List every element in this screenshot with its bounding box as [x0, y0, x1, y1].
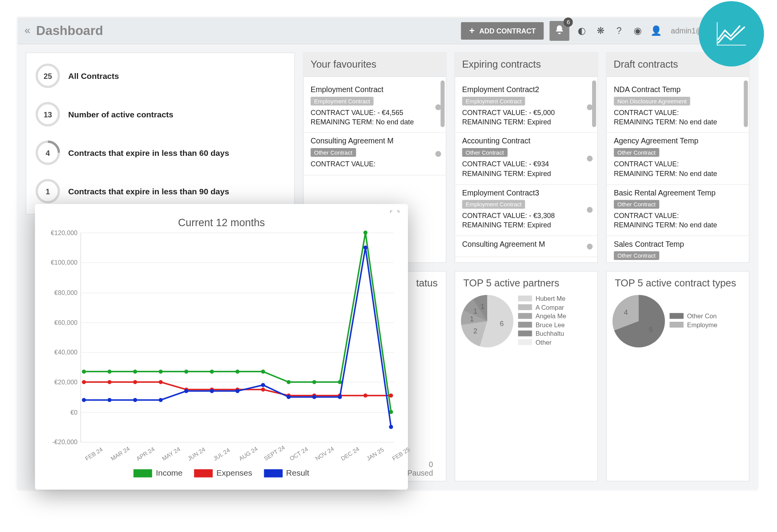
- drafts-list[interactable]: NDA Contract TempNon Disclosure Agreemen…: [607, 77, 749, 262]
- globe-icon[interactable]: ❋: [594, 24, 607, 37]
- legend-item: Other: [518, 339, 592, 346]
- partners-legend: Hubert MeA ComparAngela MeBruce LeeBuchh…: [518, 295, 592, 347]
- expand-icon[interactable]: ⌜ ⌝: [390, 210, 401, 218]
- x-tick-label: OCT 24: [289, 446, 309, 462]
- list-item[interactable]: NDA Contract TempNon Disclosure Agreemen…: [607, 82, 749, 133]
- item-value: CONTRACT VALUE:: [311, 159, 439, 169]
- pie-slice-label: 2: [474, 327, 477, 335]
- list-item[interactable]: Agency Agreement TempOther ContractCONTR…: [607, 133, 749, 185]
- item-title: NDA Contract Temp: [614, 85, 742, 94]
- stat-label: Number of active contracts: [68, 110, 174, 119]
- item-term: REMAINING TERM: No end date: [614, 117, 742, 127]
- svg-point-34: [287, 395, 291, 399]
- chart-plot-area[interactable]: €120,000€100,000€80,000€60,000€40,000€20…: [80, 233, 394, 443]
- item-term: REMAINING TERM: Expired: [462, 220, 591, 230]
- x-tick-label: JUN 24: [186, 446, 206, 462]
- y-tick-label: -€20,000: [44, 438, 78, 445]
- pie-slice-label: 1: [474, 307, 477, 315]
- item-value: CONTRACT VALUE: - €934: [462, 159, 591, 169]
- list-item[interactable]: Employment Contract2Employment ContractC…: [455, 82, 598, 133]
- y-tick-label: €40,000: [44, 349, 78, 356]
- add-contract-button[interactable]: + ADD CONTRACT: [461, 22, 544, 39]
- item-title: Consulting Agreement M: [462, 240, 591, 249]
- svg-point-36: [338, 395, 342, 399]
- status-dot-icon: [587, 104, 593, 110]
- svg-point-11: [363, 230, 368, 235]
- stat-all-contracts[interactable]: 25 All Contracts: [36, 64, 285, 88]
- list-item[interactable]: Employment Contract3Employment ContractC…: [455, 185, 598, 236]
- stat-circle: 13: [36, 102, 60, 127]
- item-term: REMAINING TERM: Expired: [462, 169, 591, 178]
- pie-slice-label: 4: [624, 309, 628, 317]
- y-tick-label: €0: [44, 408, 78, 415]
- panel-title: Your favourites: [304, 53, 446, 77]
- svg-point-0: [82, 370, 86, 374]
- svg-point-5: [210, 370, 214, 374]
- expiring-list[interactable]: Employment Contract2Employment ContractC…: [455, 77, 598, 262]
- svg-point-7: [261, 370, 265, 374]
- panel-title: Expiring contracts: [455, 53, 598, 77]
- status-dot-icon: [587, 207, 593, 213]
- help-icon[interactable]: ?: [613, 24, 625, 37]
- notifications-button[interactable]: 6: [550, 21, 570, 40]
- item-title: Basic Rental Agreement Temp: [614, 188, 742, 197]
- item-tag: Other Contract: [311, 148, 356, 157]
- y-tick-label: €20,000: [44, 379, 78, 385]
- x-tick-label: MAY 24: [161, 446, 181, 462]
- item-tag: Non Disclosure Agreement: [614, 97, 690, 106]
- x-tick-label: APR 24: [135, 446, 156, 462]
- legend-result: Result: [264, 468, 309, 478]
- panel-title: TOP 5 active contract types: [607, 272, 749, 295]
- item-tag: Employment Contract: [311, 97, 374, 106]
- chart-badge-icon: [699, 1, 764, 66]
- contract-types-panel: TOP 5 active contract types 94 Other Con…: [606, 271, 749, 482]
- y-tick-label: €80,000: [44, 289, 78, 296]
- x-tick-label: JAN 25: [366, 446, 385, 462]
- item-term: REMAINING TERM: Expired: [462, 117, 591, 127]
- legend-item: Other Con: [670, 312, 743, 319]
- stat-expire-90[interactable]: 1 Contracts that expire in less than 90 …: [36, 179, 285, 204]
- list-item[interactable]: Employment ContractEmployment ContractCO…: [304, 82, 446, 133]
- item-value: CONTRACT VALUE:: [614, 159, 742, 169]
- list-item[interactable]: Basic Rental Agreement TempOther Contrac…: [607, 185, 749, 236]
- y-tick-label: €60,000: [44, 319, 78, 326]
- partners-pie[interactable]: 62111: [461, 295, 514, 347]
- stat-label: All Contracts: [68, 71, 119, 80]
- pie-slice-label: 1: [481, 303, 484, 311]
- ctypes-pie[interactable]: 94: [613, 295, 665, 347]
- status-dot-icon: [436, 104, 441, 110]
- list-item[interactable]: Consulting Agreement M: [455, 236, 598, 257]
- add-contract-label: ADD CONTRACT: [479, 26, 536, 35]
- x-tick-label: SEPT 24: [263, 444, 286, 462]
- svg-point-24: [363, 394, 368, 398]
- item-title: Employment Contract3: [462, 188, 591, 197]
- bell-icon: [554, 24, 565, 35]
- svg-point-8: [287, 380, 291, 384]
- chart-legend: Income Expenses Result: [45, 468, 397, 478]
- legend-item: Hubert Me: [518, 295, 592, 302]
- item-tag: Employment Contract: [462, 200, 525, 209]
- item-title: Consulting Agreement M: [311, 137, 439, 146]
- contrast-icon[interactable]: ◐: [575, 24, 588, 37]
- legend-expenses: Expenses: [194, 468, 252, 478]
- legend-income: Income: [134, 468, 183, 478]
- stat-expire-60[interactable]: 4 Contracts that expire in less than 60 …: [36, 141, 285, 165]
- svg-point-3: [159, 370, 163, 374]
- svg-point-13: [82, 380, 86, 384]
- item-term: REMAINING TERM: No end date: [614, 220, 742, 230]
- item-title: Employment Contract: [311, 85, 439, 94]
- y-tick-label: €120,000: [44, 229, 78, 236]
- x-tick-label: AUG 24: [237, 445, 258, 462]
- list-item[interactable]: Consulting Agreement MOther ContractCONT…: [304, 133, 446, 175]
- ctypes-legend: Other ConEmployme: [670, 312, 743, 330]
- list-item[interactable]: Sales Contract TempOther ContractCONTRAC…: [607, 236, 749, 262]
- feed-icon[interactable]: ◉: [631, 24, 644, 37]
- stat-circle: 25: [36, 64, 60, 88]
- svg-point-30: [184, 389, 188, 393]
- list-item[interactable]: Accounting ContractOther ContractCONTRAC…: [455, 133, 598, 185]
- stat-active-contracts[interactable]: 13 Number of active contracts: [36, 102, 285, 127]
- status-dot-icon: [587, 243, 593, 249]
- back-button[interactable]: «: [24, 24, 30, 37]
- pie-slice-label: 6: [500, 319, 504, 328]
- item-value: CONTRACT VALUE: - €3,308: [462, 211, 591, 220]
